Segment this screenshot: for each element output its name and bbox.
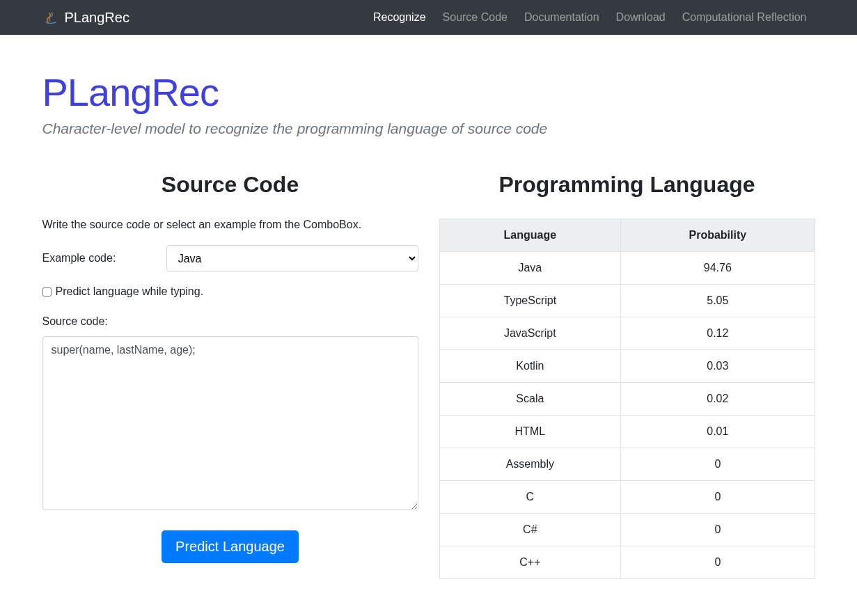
nav-list: RecognizeSource CodeDocumentationDownloa… [365,6,815,29]
nav-link-computational-reflection[interactable]: Computational Reflection [674,6,815,29]
predict-while-typing-checkbox[interactable] [42,287,52,297]
source-code-textarea[interactable] [42,336,418,510]
table-row: C++0 [439,546,815,579]
nav-link-documentation[interactable]: Documentation [516,6,608,29]
table-row: C#0 [439,514,815,546]
cell-probability: 0.01 [621,416,815,448]
logo-icon [42,9,59,26]
nav-link-recognize[interactable]: Recognize [365,6,434,29]
cell-probability: 94.76 [621,252,815,285]
table-row: C0 [439,481,815,514]
source-code-panel: Source Code Write the source code or sel… [42,172,418,579]
table-row: Java94.76 [439,252,815,285]
cell-language: C# [439,514,621,546]
table-row: HTML0.01 [439,416,815,448]
cell-probability: 0 [621,448,815,481]
cell-language: Scala [439,383,621,416]
cell-language: C++ [439,546,621,579]
source-code-label: Source code: [42,315,418,328]
table-row: Kotlin0.03 [439,350,815,383]
cell-probability: 0 [621,481,815,514]
page-title: PLangRec [42,70,815,115]
cell-language: Assembly [439,448,621,481]
instruction-text: Write the source code or select an examp… [42,219,418,231]
cell-language: HTML [439,416,621,448]
col-header-language: Language [439,219,621,252]
table-header-row: Language Probability [439,219,815,252]
table-row: JavaScript0.12 [439,317,815,350]
result-table: Language Probability Java94.76TypeScript… [439,219,815,579]
table-row: TypeScript5.05 [439,285,815,317]
result-panel: Programming Language Language Probabilit… [439,172,815,579]
page-subtitle: Character-level model to recognize the p… [42,120,815,137]
nav-link-download[interactable]: Download [608,6,674,29]
cell-probability: 0 [621,514,815,546]
cell-probability: 0 [621,546,815,579]
cell-language: JavaScript [439,317,621,350]
cell-probability: 0.12 [621,317,815,350]
hero: PLangRec Character-level model to recogn… [42,70,815,137]
predict-while-typing-label: Predict language while typing. [56,285,204,298]
cell-probability: 5.05 [621,285,815,317]
navbar: PLangRec RecognizeSource CodeDocumentati… [0,0,857,35]
cell-language: Kotlin [439,350,621,383]
result-heading: Programming Language [439,172,815,198]
cell-language: TypeScript [439,285,621,317]
cell-language: C [439,481,621,514]
predict-language-button[interactable]: Predict Language [162,530,299,563]
table-row: Assembly0 [439,448,815,481]
cell-probability: 0.02 [621,383,815,416]
nav-link-source-code[interactable]: Source Code [434,6,516,29]
example-code-select[interactable]: Java [166,245,418,271]
cell-probability: 0.03 [621,350,815,383]
brand-text: PLangRec [65,10,129,26]
table-row: Scala0.02 [439,383,815,416]
cell-language: Java [439,252,621,285]
col-header-probability: Probability [621,219,815,252]
source-code-heading: Source Code [42,172,418,198]
example-code-label: Example code: [42,252,166,264]
brand[interactable]: PLangRec [42,9,129,26]
